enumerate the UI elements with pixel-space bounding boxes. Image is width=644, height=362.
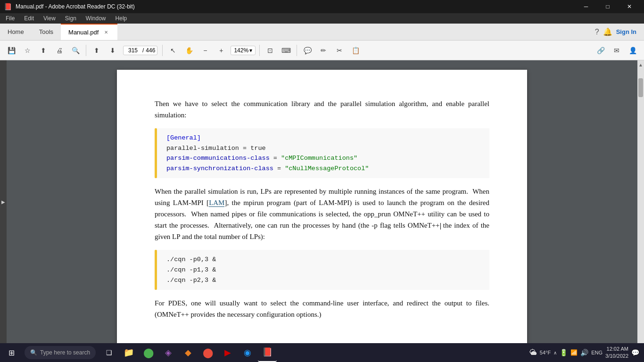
pdf-page: Then we have to select the communication…: [117, 70, 527, 343]
tab-manual-pdf[interactable]: Manual.pdf ✕: [61, 24, 117, 40]
notifications-icon[interactable]: 🔔: [603, 27, 612, 36]
notifications-button[interactable]: 💬: [631, 349, 639, 356]
clock-time: 12:02 AM: [605, 346, 628, 353]
menu-file[interactable]: File: [2, 14, 18, 23]
chrome-icon[interactable]: ⬤: [139, 343, 158, 362]
select-tool-button[interactable]: ↖: [165, 43, 181, 58]
toolbar: 💾 ☆ ⬆ 🖨 🔍 ⬆ ⬇ 315 / 446 ↖ ✋ − + 142% ▾ ⊡…: [0, 41, 644, 60]
tab-close-button[interactable]: ✕: [102, 29, 110, 36]
separator-2: [162, 45, 163, 56]
menu-view[interactable]: View: [40, 14, 59, 23]
paragraph-3: For PDES, one will usually want to selec…: [155, 297, 489, 320]
code-run-1: ./cqn -p0,3 &: [166, 255, 480, 265]
scroll-up-button[interactable]: ▲: [637, 60, 644, 69]
matlab-icon[interactable]: ◆: [179, 343, 198, 362]
maximize-button[interactable]: □: [597, 0, 619, 13]
save-button[interactable]: 💾: [4, 43, 19, 58]
sign-in-button[interactable]: Sign In: [616, 28, 636, 35]
zoom-out-button[interactable]: −: [198, 43, 213, 58]
paragraph-2: When the parallel simulation is run, LPs…: [155, 186, 489, 242]
pdf-viewport[interactable]: Then we have to select the communication…: [7, 60, 637, 343]
stamp-button[interactable]: 📋: [348, 43, 363, 58]
menu-edit[interactable]: Edit: [20, 14, 38, 23]
menu-help[interactable]: Help: [112, 14, 131, 23]
code-run-2: ./cqn -p1,3 &: [166, 265, 480, 275]
taskbar-clock[interactable]: 12:02 AM 3/10/2022: [605, 346, 628, 360]
intro-text: Then we have to select the communication…: [155, 100, 489, 119]
highlight-button[interactable]: ✏: [316, 43, 331, 58]
next-page-button[interactable]: ⬇: [105, 43, 120, 58]
bookmark-button[interactable]: ☆: [20, 43, 35, 58]
chrome2-icon[interactable]: ⬤: [198, 343, 217, 362]
strikethrough-button[interactable]: ✂: [332, 43, 347, 58]
network-icon[interactable]: 📶: [570, 349, 578, 356]
left-panel-expand[interactable]: ▶: [0, 60, 7, 343]
code-run-3: ./cqn -p2,3 &: [166, 275, 480, 286]
menu-sign[interactable]: Sign: [61, 14, 80, 23]
comment-button[interactable]: 💬: [300, 43, 315, 58]
youtube-music-icon[interactable]: ▶: [218, 343, 237, 362]
zoom-dropdown-icon: ▾: [249, 47, 252, 54]
tab-tools[interactable]: Tools: [32, 24, 61, 40]
close-button[interactable]: ✕: [619, 0, 640, 13]
temperature: 54°F: [540, 350, 551, 355]
lam-link[interactable]: LAM: [209, 199, 224, 207]
page-number-input[interactable]: 315: [125, 47, 140, 54]
page-total: 446: [146, 47, 155, 54]
print-button[interactable]: 🖨: [52, 43, 67, 58]
battery-icon[interactable]: 🔋: [560, 349, 568, 356]
code-content-2: ./cqn -p0,3 & ./cqn -p1,3 & ./cqn -p2,3 …: [157, 250, 489, 290]
zoom-in-button[interactable]: +: [214, 43, 229, 58]
windows-logo-icon: ⊞: [8, 348, 15, 357]
right-scrollbar[interactable]: ▲: [637, 60, 644, 343]
volume-icon[interactable]: 🔊: [580, 349, 588, 356]
clock-date: 3/10/2022: [605, 353, 628, 360]
code-comms-class: parsim-communications-class = "cMPICommu…: [166, 155, 357, 162]
weather-icon[interactable]: 🌥: [529, 348, 537, 357]
page-navigation: 315 / 446: [123, 46, 157, 55]
visual-studio-icon[interactable]: ◈: [159, 343, 178, 362]
zoom-level[interactable]: 142% ▾: [231, 46, 256, 55]
text-cursor: [440, 223, 441, 230]
upload-button[interactable]: ⬆: [36, 43, 51, 58]
code-content-1: [General] parallel-simulation = true par…: [157, 128, 489, 178]
share-button[interactable]: 👤: [625, 43, 640, 58]
page-separator: /: [142, 47, 144, 54]
language-indicator[interactable]: ENG: [591, 350, 603, 355]
tab-bar-right: ? 🔔 Sign In: [595, 24, 644, 40]
taskbar-search-box[interactable]: 🔍 Type here to search: [25, 346, 96, 359]
taskbar-search-placeholder: Type here to search: [40, 349, 90, 356]
hand-tool-button[interactable]: ✋: [182, 43, 197, 58]
main-area: ▶ Then we have to select the communicati…: [0, 60, 644, 343]
fit-page-button[interactable]: ⊡: [263, 43, 278, 58]
code-general-bracket: [General]: [166, 134, 201, 141]
prev-page-button[interactable]: ⬆: [89, 43, 104, 58]
minimize-button[interactable]: ─: [575, 0, 597, 13]
start-button[interactable]: ⊞: [0, 343, 23, 362]
typewriter-button[interactable]: ⌨: [279, 43, 294, 58]
menu-bar: File Edit View Sign Window Help: [0, 13, 644, 24]
separator-1: [86, 45, 86, 56]
file-explorer-icon[interactable]: 📁: [119, 343, 138, 362]
system-tray: 🌥 54°F ∧ 🔋 📶 🔊 ENG 12:02 AM 3/10/2022 💬: [529, 346, 644, 360]
separator-4: [297, 45, 297, 56]
window-title: Manual.pdf - Adobe Acrobat Reader DC (32…: [16, 3, 135, 10]
title-bar-left: 📕 Manual.pdf - Adobe Acrobat Reader DC (…: [4, 3, 135, 10]
app-icon: 📕: [4, 3, 12, 10]
tab-manual-pdf-label: Manual.pdf: [68, 29, 99, 36]
scrollbar-thumb[interactable]: [638, 78, 643, 97]
email-button[interactable]: ✉: [609, 43, 624, 58]
acrobat-icon[interactable]: 📕: [258, 343, 277, 362]
menu-window[interactable]: Window: [82, 14, 110, 23]
tab-bar: Home Tools Manual.pdf ✕ ? 🔔 Sign In: [0, 24, 644, 41]
task-view-icon[interactable]: ❑: [99, 343, 118, 362]
help-icon[interactable]: ?: [595, 28, 599, 36]
search-button[interactable]: 🔍: [68, 43, 83, 58]
code-line-4: parsim-synchronization-class = "cNullMes…: [166, 164, 480, 174]
taskbar-search-icon: 🔍: [30, 349, 37, 356]
link-button[interactable]: 🔗: [593, 43, 608, 58]
code-parallel-sim: parallel-simulation = true: [166, 145, 266, 152]
tab-home[interactable]: Home: [0, 24, 32, 40]
code-block-1: [General] parallel-simulation = true par…: [155, 128, 489, 178]
edge-icon[interactable]: ◉: [238, 343, 257, 362]
